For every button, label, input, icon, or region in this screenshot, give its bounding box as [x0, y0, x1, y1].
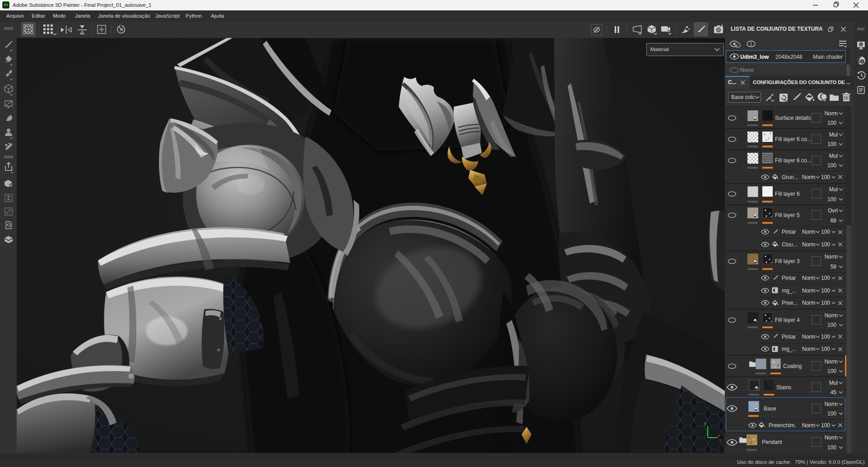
svg-text:x: x — [719, 438, 722, 442]
svg-text:y: y — [704, 420, 707, 426]
svg-text:1: 1 — [750, 42, 752, 47]
